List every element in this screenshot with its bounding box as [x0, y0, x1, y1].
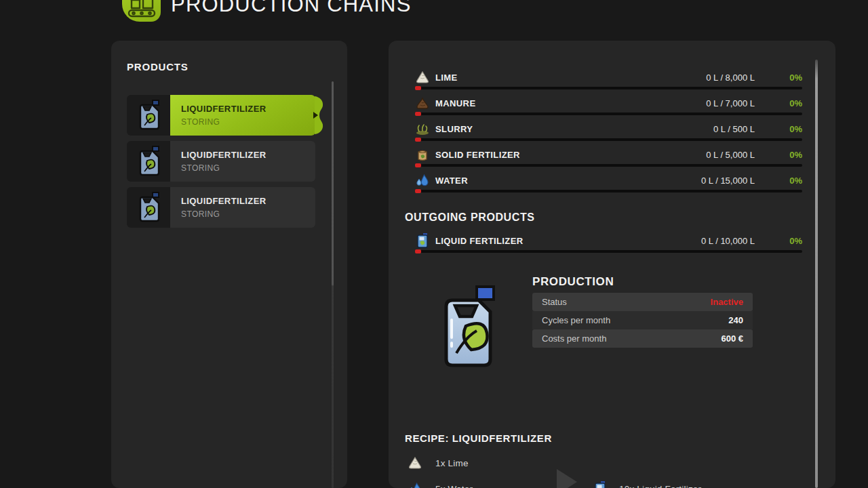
outgoing-products-list: LIQUID FERTILIZER 0 L / 10,000 L 0% [389, 231, 835, 257]
incoming-product-row: MANURE 0 L / 7,000 L 0% [389, 94, 835, 115]
production-chains-screen: PRODUCTION CHAINS PRODUCTS LIQUIDFERTILI… [0, 0, 868, 488]
product-status: STORING [181, 163, 315, 173]
costs-per-month-label: Costs per month [542, 333, 606, 344]
conveyor-belt-icon [127, 0, 157, 19]
incoming-product-amount: 0 L / 7,000 L [706, 98, 755, 108]
recipe-input-item: 5x Water [407, 480, 473, 488]
incoming-product-name: SLURRY [435, 124, 473, 134]
production-section-title: PRODUCTION [532, 275, 614, 289]
fill-level-bar [415, 164, 802, 167]
products-panel: PRODUCTS LIQUIDFERTILIZER STORING [111, 41, 347, 488]
incoming-product-row: WATER 0 L / 15,000 L 0% [389, 171, 835, 192]
product-item-content: LIQUIDFERTILIZER STORING [170, 95, 315, 136]
fill-level-indicator [415, 163, 421, 167]
fill-level-bar [415, 138, 802, 141]
incoming-product-percent: 0% [755, 98, 802, 108]
recipe-output-item: 10x Liquid Fertilizer [592, 480, 701, 488]
outgoing-product-name: LIQUID FERTILIZER [435, 236, 524, 246]
incoming-product-row: LIME 0 L / 8,000 L 0% [389, 68, 835, 89]
fill-level-indicator [415, 189, 421, 193]
fill-level-indicator [415, 86, 421, 90]
lime-icon [415, 70, 430, 84]
water-icon [407, 482, 423, 488]
production-status-label: Status [542, 297, 567, 307]
fill-level-indicator [415, 112, 421, 116]
selected-item-arrow-icon [313, 112, 318, 119]
liquid-fertilizer-jug-icon [415, 233, 430, 248]
incoming-product-amount: 0 L / 15,000 L [701, 176, 755, 186]
solid-fertilizer-icon [415, 148, 430, 161]
incoming-product-amount: 0 L / 8,000 L [706, 73, 755, 83]
incoming-product-percent: 0% [755, 176, 802, 186]
incoming-product-percent: 0% [755, 73, 802, 83]
product-name: LIQUIDFERTILIZER [181, 196, 315, 206]
fill-level-indicator [415, 138, 421, 142]
table-row: Cycles per month 240 [532, 311, 753, 329]
production-info-table: Status Inactive Cycles per month 240 Cos… [532, 293, 753, 348]
outgoing-products-title: OUTGOING PRODUCTS [405, 211, 535, 224]
products-panel-title: PRODUCTS [127, 61, 189, 73]
liquid-fertilizer-product-image [434, 282, 503, 374]
product-name: LIQUIDFERTILIZER [181, 150, 315, 160]
incoming-product-percent: 0% [755, 150, 802, 160]
manure-icon [415, 96, 430, 110]
incoming-product-percent: 0% [755, 124, 802, 134]
recipe-input-item: 1x Lime [407, 454, 469, 472]
liquid-fertilizer-canister-icon [127, 141, 170, 182]
incoming-product-name: MANURE [435, 98, 475, 108]
cycles-per-month-label: Cycles per month [542, 315, 610, 325]
product-name: LIQUIDFERTILIZER [181, 104, 315, 114]
recipe-input-label: 5x Water [435, 484, 473, 488]
cycles-per-month-value: 240 [728, 315, 743, 325]
recipe-arrow-icon [557, 469, 577, 488]
outgoing-product-row: LIQUID FERTILIZER 0 L / 10,000 L 0% [389, 231, 835, 253]
table-row: Costs per month 600 € [532, 329, 753, 348]
product-list-item[interactable]: LIQUIDFERTILIZER STORING [127, 141, 315, 182]
incoming-product-amount: 0 L / 5,000 L [706, 150, 755, 160]
product-item-content: LIQUIDFERTILIZER STORING [170, 187, 315, 228]
liquid-fertilizer-jug-icon [592, 481, 608, 488]
recipe-output-label: 10x Liquid Fertilizer [619, 484, 701, 488]
product-item-content: LIQUIDFERTILIZER STORING [170, 141, 315, 182]
table-row: Status Inactive [532, 293, 753, 311]
outgoing-product-percent: 0% [755, 236, 802, 246]
production-details-panel: LIME 0 L / 8,000 L 0% MANURE 0 L / 7,000 [389, 41, 835, 488]
incoming-product-row: SLURRY 0 L / 500 L 0% [389, 119, 835, 141]
fill-level-indicator [415, 249, 421, 253]
production-status-value: Inactive [711, 297, 743, 307]
incoming-product-amount: 0 L / 500 L [713, 124, 755, 134]
product-list-item[interactable]: LIQUIDFERTILIZER STORING [127, 95, 315, 136]
recipe-input-label: 1x Lime [435, 458, 469, 468]
product-status: STORING [181, 209, 315, 219]
fill-level-bar [415, 250, 802, 253]
incoming-product-name: LIME [435, 73, 458, 83]
fill-level-bar [415, 113, 802, 115]
incoming-product-name: SOLID FERTILIZER [435, 150, 520, 160]
costs-per-month-value: 600 € [721, 333, 743, 344]
fill-level-bar [415, 190, 802, 192]
page-title: PRODUCTION CHAINS [171, 0, 412, 17]
incoming-products-list: LIME 0 L / 8,000 L 0% MANURE 0 L / 7,000 [389, 68, 835, 197]
recipe-title: RECIPE: LIQUIDFERTILIZER [405, 432, 552, 444]
production-chains-icon [122, 0, 161, 22]
incoming-product-row: SOLID FERTILIZER 0 L / 5,000 L 0% [389, 145, 835, 167]
incoming-product-name: WATER [435, 176, 468, 186]
fill-level-bar [415, 87, 802, 89]
product-list: LIQUIDFERTILIZER STORING [127, 95, 315, 233]
product-status: STORING [181, 117, 315, 127]
product-list-item[interactable]: LIQUIDFERTILIZER STORING [127, 187, 315, 228]
liquid-fertilizer-canister-icon [127, 187, 170, 228]
water-icon [415, 174, 430, 187]
products-scrollbar[interactable] [332, 81, 334, 488]
lime-icon [407, 456, 423, 470]
liquid-fertilizer-canister-icon [127, 95, 170, 136]
slurry-icon [415, 122, 430, 136]
outgoing-product-amount: 0 L / 10,000 L [701, 236, 755, 246]
details-scrollbar[interactable] [815, 60, 818, 488]
